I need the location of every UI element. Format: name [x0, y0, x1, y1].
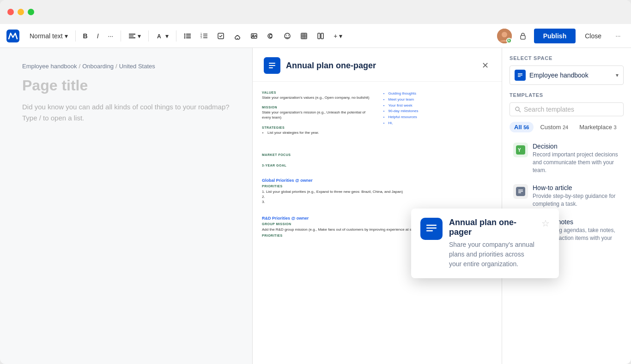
layout-button[interactable] — [313, 29, 328, 43]
divider-4 — [176, 30, 176, 42]
app-logo — [6, 29, 20, 43]
svg-rect-24 — [301, 33, 307, 39]
svg-point-32 — [502, 32, 507, 37]
svg-rect-40 — [518, 75, 522, 76]
lock-button[interactable] — [516, 29, 530, 43]
tooltip-icon — [420, 218, 443, 240]
italic-button[interactable]: I — [93, 29, 103, 43]
page-title[interactable]: Page title — [22, 77, 230, 94]
svg-text:A: A — [157, 33, 161, 40]
preview-icon — [264, 57, 280, 74]
align-button[interactable]: ▾ — [125, 29, 145, 43]
svg-point-22 — [286, 35, 287, 36]
templates-label: TEMPLATES — [510, 92, 624, 98]
publish-button[interactable]: Publish — [534, 29, 576, 43]
toolbar: Normal text ▾ B I ··· ▾ A ▾ 1.2.3. — [0, 24, 631, 48]
preview-title: Annual plan one-pager — [286, 61, 474, 71]
link-button[interactable] — [230, 29, 245, 43]
search-icon — [515, 106, 521, 113]
template-item-howto[interactable]: How-to article Provide step-by-step guid… — [510, 179, 624, 213]
template-preview-panel: Annual plan one-pager ✕ VALUES State you… — [252, 48, 502, 364]
svg-rect-49 — [518, 192, 521, 193]
svg-rect-33 — [521, 36, 525, 39]
bullet-list-button[interactable] — [180, 29, 195, 43]
page-body[interactable]: Did you know you can add all kinds of co… — [22, 101, 230, 124]
preview-close-button[interactable]: ✕ — [480, 59, 491, 72]
table-button[interactable] — [297, 29, 311, 43]
tab-marketplace[interactable]: Marketplace 3 — [575, 122, 621, 132]
divider-2 — [121, 30, 121, 42]
svg-point-5 — [184, 33, 186, 35]
right-sidebar: SELECT SPACE Employee handbook ▾ TEMPLAT… — [502, 48, 631, 364]
svg-rect-56 — [426, 230, 433, 232]
space-icon — [515, 70, 526, 81]
chevron-down-icon: ▾ — [616, 72, 619, 78]
insert-button[interactable]: + ▾ — [330, 29, 346, 43]
svg-rect-54 — [426, 225, 437, 226]
svg-rect-0 — [6, 30, 19, 42]
svg-rect-10 — [186, 37, 191, 38]
image-button[interactable] — [247, 29, 261, 43]
close-button[interactable]: Close — [579, 29, 607, 43]
svg-point-20 — [269, 35, 272, 37]
toolbar-right: A Publish Close ··· — [497, 29, 625, 43]
titlebar — [0, 0, 631, 24]
svg-rect-39 — [518, 73, 522, 74]
more-text-button[interactable]: ··· — [104, 29, 117, 43]
close-window-button[interactable] — [7, 9, 14, 15]
svg-point-23 — [288, 35, 289, 36]
svg-rect-2 — [129, 36, 133, 36]
emoji-button[interactable] — [280, 29, 295, 43]
favorite-button[interactable]: ☆ — [541, 218, 550, 229]
svg-rect-37 — [269, 67, 273, 68]
user-avatar[interactable]: A — [497, 29, 512, 43]
svg-rect-14 — [203, 36, 207, 36]
bold-button[interactable]: B — [79, 29, 91, 43]
task-button[interactable] — [213, 29, 228, 43]
svg-rect-55 — [426, 227, 437, 229]
svg-rect-48 — [518, 191, 523, 192]
svg-rect-8 — [186, 36, 191, 36]
text-style-dropdown[interactable]: Normal text ▾ — [26, 29, 72, 43]
divider-1 — [75, 30, 76, 42]
divider-3 — [148, 30, 149, 42]
search-input[interactable] — [524, 106, 619, 113]
preview-header: Annual plan one-pager ✕ — [253, 48, 502, 82]
space-name: Employee handbook — [529, 72, 612, 79]
howto-icon — [513, 184, 528, 199]
decision-icon: Y — [513, 143, 528, 157]
svg-rect-12 — [203, 34, 207, 35]
svg-rect-36 — [269, 65, 275, 66]
tooltip-desc: Share your company's annual plans and pr… — [449, 240, 535, 269]
svg-rect-1 — [129, 34, 135, 35]
svg-rect-41 — [518, 76, 521, 77]
app-window: Normal text ▾ B I ··· ▾ A ▾ 1.2.3. — [0, 0, 631, 364]
editor-area[interactable]: Employee handbook / Onboarding / United … — [0, 48, 252, 364]
text-color-button[interactable]: A ▾ — [152, 29, 172, 43]
search-box — [510, 102, 624, 116]
minimize-window-button[interactable] — [18, 9, 24, 15]
svg-rect-35 — [269, 63, 275, 64]
svg-text:3.: 3. — [200, 36, 202, 39]
svg-rect-47 — [518, 190, 523, 191]
svg-rect-3 — [129, 37, 135, 38]
more-options-button[interactable]: ··· — [611, 29, 625, 43]
svg-rect-16 — [203, 37, 207, 38]
mention-button[interactable] — [263, 29, 278, 43]
svg-rect-6 — [186, 34, 191, 35]
tab-custom[interactable]: Custom 24 — [535, 122, 573, 132]
tab-all[interactable]: All 56 — [510, 122, 534, 132]
breadcrumb: Employee handbook / Onboarding / United … — [22, 63, 230, 70]
svg-point-42 — [516, 107, 519, 111]
tabs: All 56 Custom 24 Marketplace 3 — [510, 122, 624, 132]
maximize-window-button[interactable] — [28, 9, 34, 15]
content-wrapper: Employee handbook / Onboarding / United … — [0, 48, 631, 364]
template-tooltip-popup: Annual plan one-pager Share your company… — [411, 209, 559, 278]
template-item-decision[interactable]: Y Decision Record important project deci… — [510, 138, 624, 179]
numbered-list-button[interactable]: 1.2.3. — [197, 29, 212, 43]
select-space-label: SELECT SPACE — [510, 55, 624, 61]
tooltip-title: Annual plan one-pager — [449, 218, 535, 237]
svg-line-43 — [519, 111, 521, 113]
svg-point-7 — [184, 35, 186, 36]
space-selector[interactable]: Employee handbook ▾ — [510, 66, 624, 85]
